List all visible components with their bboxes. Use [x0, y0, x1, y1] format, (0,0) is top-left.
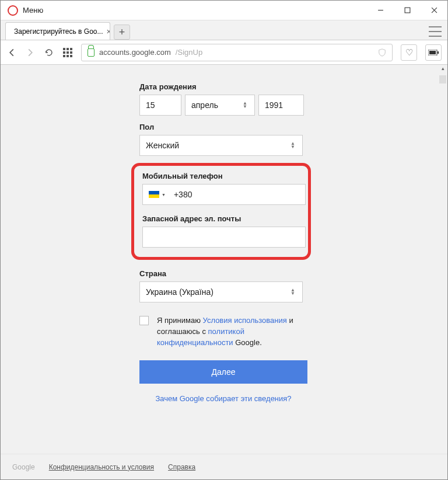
battery-icon[interactable]: [425, 44, 442, 61]
tab-menu-icon[interactable]: [429, 26, 442, 37]
svg-rect-1: [405, 8, 410, 13]
phone-input[interactable]: ▼ +380: [142, 184, 306, 205]
consent-checkbox[interactable]: [139, 316, 149, 325]
forward-button[interactable]: [25, 47, 36, 58]
minimize-button[interactable]: [367, 1, 394, 20]
ukraine-flag-icon: [149, 191, 159, 198]
country-label: Страна: [139, 269, 447, 278]
menu-label[interactable]: Меню: [23, 6, 43, 15]
highlight-annotation: Мобильный телефон ▼ +380 Запасной адрес …: [131, 163, 311, 260]
opera-logo-icon: [8, 5, 18, 16]
tab-strip: Зарегистрируйтесь в Goo... × +: [1, 20, 447, 40]
speed-dial-button[interactable]: [62, 47, 73, 58]
dob-label: Дата рождения: [139, 82, 447, 91]
page-content: ▴ Дата рождения 15 апрель ▲▼ 1991 Пол Же…: [1, 65, 447, 479]
svg-rect-6: [429, 51, 436, 54]
scrollbar-thumb[interactable]: [439, 75, 446, 84]
backup-email-input[interactable]: [142, 227, 306, 248]
next-button[interactable]: Далее: [139, 360, 307, 384]
url-path: /SignUp: [176, 48, 202, 57]
country-select[interactable]: Украина (Україна) ▲▼: [139, 281, 303, 302]
title-bar: Меню: [1, 1, 447, 20]
consent-text: Я принимаю Условия использования и согла…: [157, 315, 307, 349]
dob-day-input[interactable]: 15: [139, 95, 181, 116]
maximize-button[interactable]: [394, 1, 421, 20]
browser-tab[interactable]: Зарегистрируйтесь в Goo... ×: [5, 22, 110, 40]
backup-email-label: Запасной адрес эл. почты: [142, 214, 300, 223]
url-input[interactable]: accounts.google.com/SignUp: [81, 44, 393, 61]
terms-link[interactable]: Условия использования: [203, 316, 287, 325]
bookmark-button[interactable]: ♡: [401, 44, 417, 61]
back-button[interactable]: [6, 47, 17, 58]
why-collect-link[interactable]: Зачем Google собирает эти сведения?: [155, 394, 291, 403]
app-window: Меню Зарегистрируйтесь в Goo... × + acco…: [0, 0, 448, 480]
shield-icon: [378, 48, 386, 57]
tab-title: Зарегистрируйтесь в Goo...: [14, 27, 103, 36]
spinner-icon: ▲▼: [290, 288, 296, 295]
url-host: accounts.google.com: [99, 48, 171, 57]
consent-row: Я принимаю Условия использования и согла…: [139, 315, 307, 349]
phone-label: Мобильный телефон: [142, 172, 300, 180]
gender-select[interactable]: Женский ▲▼: [139, 135, 303, 156]
footer-brand: Google: [12, 463, 35, 471]
reload-button[interactable]: [44, 47, 54, 58]
close-tab-icon[interactable]: ×: [106, 27, 110, 36]
lock-icon: [88, 48, 94, 57]
phone-prefix: +380: [174, 190, 192, 199]
chevron-down-icon[interactable]: ▼: [162, 193, 166, 197]
signup-form: Дата рождения 15 апрель ▲▼ 1991 Пол Женс…: [1, 65, 447, 403]
scroll-up-icon[interactable]: ▴: [439, 65, 446, 72]
svg-rect-7: [438, 51, 439, 54]
new-tab-button[interactable]: +: [114, 25, 130, 40]
gender-label: Пол: [139, 123, 447, 131]
close-window-button[interactable]: [421, 1, 447, 20]
footer-privacy-terms-link[interactable]: Конфиденциальность и условия: [49, 463, 154, 471]
dob-year-input[interactable]: 1991: [258, 95, 304, 116]
spinner-icon: ▲▼: [290, 142, 296, 149]
address-bar-row: accounts.google.com/SignUp ♡: [1, 40, 447, 65]
footer-help-link[interactable]: Справка: [168, 463, 195, 471]
dob-month-select[interactable]: апрель ▲▼: [185, 95, 255, 116]
why-link-row: Зачем Google собирает эти сведения?: [139, 394, 307, 403]
page-footer: Google Конфиденциальность и условия Спра…: [1, 454, 447, 479]
spinner-icon: ▲▼: [243, 102, 249, 109]
